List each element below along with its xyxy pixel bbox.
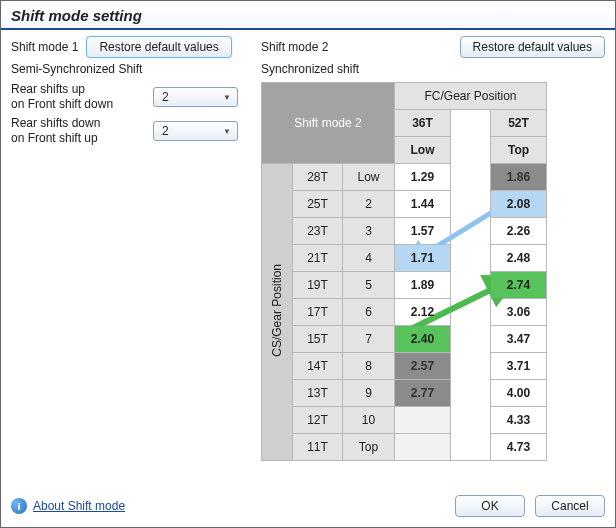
rear-down-front-up-label: Rear shifts down on Front shift up xyxy=(11,116,153,146)
info-icon: i xyxy=(11,498,27,514)
table-row: 17T 6 2.12 3.06 xyxy=(262,299,547,326)
shift-mode-2-panel: Shift mode 2 Restore default values Sync… xyxy=(261,36,605,461)
chevron-down-icon: ▼ xyxy=(223,93,231,102)
gap-column xyxy=(451,110,491,461)
table-row: 21T 4 1.71 2.48 xyxy=(262,245,547,272)
shift-mode-2-label: Shift mode 2 xyxy=(261,40,328,54)
table-row: 19T 5 1.89 2.74 xyxy=(262,272,547,299)
chevron-down-icon: ▼ xyxy=(223,127,231,136)
page-title: Shift mode setting xyxy=(1,1,615,30)
ok-button[interactable]: OK xyxy=(455,495,525,517)
rear-up-front-down-select[interactable]: 2 ▼ xyxy=(153,87,238,107)
table-row: CS/Gear Position 28T Low 1.29 1.86 xyxy=(262,164,547,191)
cancel-button[interactable]: Cancel xyxy=(535,495,605,517)
sync-subtitle: Synchronized shift xyxy=(261,62,605,76)
semi-sync-subtitle: Semi-Synchronized Shift xyxy=(11,62,261,76)
table-title-cell: Shift mode 2 xyxy=(262,83,395,164)
table-row: 12T 10 4.33 xyxy=(262,407,547,434)
table-row: 15T 7 2.40 3.47 xyxy=(262,326,547,353)
table-row: 23T 3 1.57 2.26 xyxy=(262,218,547,245)
restore-defaults-2-button[interactable]: Restore default values xyxy=(460,36,605,58)
rear-up-front-down-label: Rear shifts up on Front shift down xyxy=(11,82,153,112)
fc-header: FC/Gear Position xyxy=(395,83,547,110)
table-row: 14T 8 2.57 3.71 xyxy=(262,353,547,380)
fc-sub-low: Low xyxy=(395,137,451,164)
about-shift-mode-link[interactable]: About Shift mode xyxy=(33,499,125,513)
shift-mode-1-panel: Shift mode 1 Restore default values Semi… xyxy=(11,36,261,461)
table-row: 11T Top 4.73 xyxy=(262,434,547,461)
select-value: 2 xyxy=(162,124,169,138)
fc-col-52t: 52T xyxy=(491,110,547,137)
table-row: 25T 2 1.44 2.08 xyxy=(262,191,547,218)
restore-defaults-1-button[interactable]: Restore default values xyxy=(86,36,231,58)
cs-header: CS/Gear Position xyxy=(262,164,293,461)
rear-down-front-up-select[interactable]: 2 ▼ xyxy=(153,121,238,141)
shift-mode-1-label: Shift mode 1 xyxy=(11,40,78,54)
fc-col-36t: 36T xyxy=(395,110,451,137)
select-value: 2 xyxy=(162,90,169,104)
fc-sub-top: Top xyxy=(491,137,547,164)
table-row: 13T 9 2.77 4.00 xyxy=(262,380,547,407)
gear-ratio-table: Shift mode 2 FC/Gear Position 36T xyxy=(261,82,547,461)
